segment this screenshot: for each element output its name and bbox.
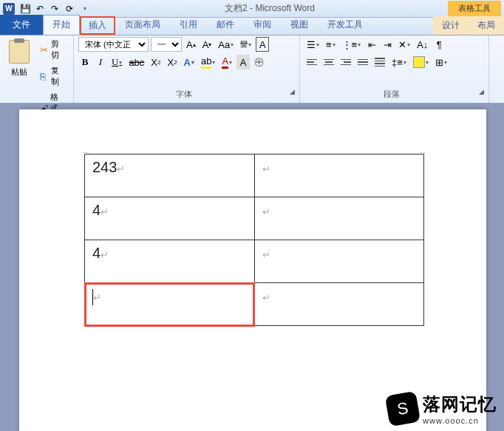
tab-references[interactable]: 引用 (170, 15, 207, 35)
paragraph-mark-icon: ↵ (262, 163, 270, 174)
table-tools-contextual-tab: 表格工具 (448, 1, 501, 16)
shading-color-icon (413, 56, 425, 68)
line-spacing-button[interactable]: ‡≡ (389, 55, 409, 69)
paragraph-mark-icon: ↵ (101, 249, 109, 260)
bold-button[interactable]: B (78, 55, 92, 69)
tab-file[interactable]: 文件 (0, 15, 43, 35)
table-cell[interactable]: 243↵ (85, 155, 255, 197)
paste-button[interactable]: 粘贴 (4, 37, 34, 81)
watermark-main-text: 落网记忆 (423, 393, 497, 416)
font-group-label: 字体 (176, 89, 192, 98)
ribbon-group-font: 宋体 (中文正 一号 A▴ A▾ Aa 變 A B I U abc X2 X2 … (74, 35, 300, 103)
paragraph-dialog-launcher[interactable]: ◢ (479, 88, 484, 95)
table-cell[interactable]: ↵ (254, 197, 424, 240)
character-shading-button[interactable]: A (236, 55, 250, 69)
numbering-button[interactable]: ≡ (324, 37, 338, 52)
copy-label: 复制 (51, 65, 66, 87)
table-cell-active[interactable]: ↵ (85, 283, 255, 326)
align-right-button[interactable] (338, 55, 353, 69)
subscript-button[interactable]: X2 (149, 55, 163, 69)
justify-button[interactable] (355, 55, 370, 69)
text-effects-button[interactable]: A (182, 55, 197, 69)
document-table[interactable]: 243↵ ↵ 4↵ ↵ 4↵ ↵ ↵ ↵ (84, 154, 424, 326)
document-page[interactable]: 243↵ ↵ 4↵ ↵ 4↵ ↵ ↵ ↵ (19, 109, 486, 431)
tab-review[interactable]: 审阅 (244, 15, 281, 35)
enclose-characters-button[interactable]: ㊥ (252, 55, 266, 69)
strikethrough-button[interactable]: abc (126, 55, 146, 69)
underline-button[interactable]: U (109, 55, 124, 69)
watermark-url: www.oooc.cn (423, 416, 497, 425)
tab-view[interactable]: 视图 (281, 15, 318, 35)
grow-font-button[interactable]: A▴ (184, 37, 198, 52)
tab-table-layout[interactable]: 布局 (469, 16, 504, 35)
paragraph-mark-icon: ↵ (262, 292, 270, 303)
decrease-indent-button[interactable]: ⇤ (365, 37, 378, 52)
tab-insert[interactable]: 插入 (80, 16, 115, 35)
table-row: 4↵ ↵ (85, 197, 424, 240)
paste-label: 粘贴 (11, 67, 27, 78)
qat-refresh-button[interactable]: ⟳ (63, 2, 76, 16)
table-row: ↵ ↵ (85, 283, 424, 326)
paragraph-mark-icon: ↵ (93, 292, 101, 303)
shrink-font-button[interactable]: A▾ (200, 37, 214, 52)
document-area: 243↵ ↵ 4↵ ↵ 4↵ ↵ ↵ ↵ (0, 103, 504, 431)
table-cell[interactable]: 4↵ (85, 197, 255, 240)
paragraph-mark-icon: ↵ (262, 206, 270, 217)
character-border-button[interactable]: A (256, 37, 269, 52)
qat-customize-button[interactable] (78, 2, 91, 16)
tab-mailings[interactable]: 邮件 (207, 15, 244, 35)
table-cell[interactable]: ↵ (254, 240, 424, 283)
qat-save-button[interactable]: 💾 (18, 2, 32, 16)
watermark: S 落网记忆 www.oooc.cn (387, 393, 497, 425)
shading-button[interactable] (411, 55, 431, 69)
font-name-select[interactable]: 宋体 (中文正 (78, 37, 149, 52)
table-row: 243↵ ↵ (85, 155, 424, 197)
cut-button[interactable]: 剪切 (37, 37, 69, 62)
paragraph-mark-icon: ↵ (117, 163, 125, 174)
tab-table-design[interactable]: 设计 (433, 16, 469, 35)
ribbon-group-clipboard: 粘贴 剪切 复制 格式刷 剪贴板◢ (0, 35, 74, 103)
ribbon-group-paragraph: ☰ ≡ ⋮≡ ⇤ ⇥ ✕ A↓ ¶ ‡≡ ⊞ 段落◢ (300, 35, 489, 103)
borders-button[interactable]: ⊞ (433, 55, 449, 69)
superscript-button[interactable]: X2 (165, 55, 179, 69)
table-cell[interactable]: ↵ (254, 283, 424, 326)
distribute-button[interactable] (372, 55, 387, 69)
change-case-button[interactable]: Aa (216, 37, 236, 52)
paragraph-mark-icon: ↵ (262, 249, 270, 260)
tab-home[interactable]: 开始 (43, 15, 80, 35)
font-size-select[interactable]: 一号 (151, 37, 182, 52)
phonetic-guide-button[interactable]: 變 (238, 37, 253, 52)
font-color-button[interactable]: A (219, 55, 234, 69)
align-left-button[interactable] (304, 55, 319, 69)
asian-layout-button[interactable]: ✕ (396, 37, 412, 52)
multilevel-list-button[interactable]: ⋮≡ (340, 37, 364, 52)
show-hide-button[interactable]: ¶ (432, 37, 446, 52)
table-cell[interactable]: 4↵ (85, 240, 255, 283)
italic-button[interactable]: I (94, 55, 107, 69)
ribbon-tabs: 文件 开始 插入 页面布局 引用 邮件 审阅 视图 开发工具 设计 布局 (0, 18, 504, 35)
watermark-logo-icon: S (385, 391, 421, 427)
table-cell[interactable]: ↵ (254, 155, 424, 197)
qat-redo-button[interactable]: ↷ (48, 2, 61, 16)
highlight-button[interactable]: ab (199, 55, 217, 69)
qat-undo-button[interactable]: ↶ (33, 2, 47, 16)
window-title: 文档2 - Microsoft Word (92, 2, 448, 15)
contextual-tabs: 设计 布局 (433, 16, 504, 35)
paragraph-group-label: 段落 (384, 89, 400, 98)
increase-indent-button[interactable]: ⇥ (381, 37, 394, 52)
tab-developer[interactable]: 开发工具 (318, 15, 372, 35)
bullets-button[interactable]: ☰ (304, 37, 321, 52)
copy-button[interactable]: 复制 (37, 64, 69, 89)
font-dialog-launcher[interactable]: ◢ (290, 88, 295, 95)
cut-label: 剪切 (51, 38, 66, 61)
app-name: Microsoft Word (255, 3, 314, 13)
sort-button[interactable]: A↓ (415, 37, 430, 52)
copy-icon (40, 71, 49, 81)
scissors-icon (40, 44, 49, 55)
tab-page-layout[interactable]: 页面布局 (115, 15, 170, 35)
align-center-button[interactable] (321, 55, 336, 69)
word-app-icon: W (3, 3, 15, 15)
paste-icon (9, 40, 30, 64)
paragraph-mark-icon: ↵ (101, 206, 109, 217)
doc-name: 文档2 (225, 3, 248, 13)
